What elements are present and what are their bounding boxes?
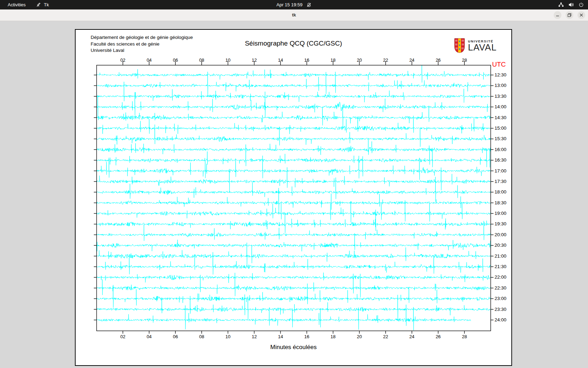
trace-time-label: 21:30: [495, 264, 511, 269]
x-tick-label-top: 10: [222, 57, 234, 63]
trace-time-label: 18:00: [495, 189, 511, 195]
trace-time-label: 17:30: [495, 179, 511, 184]
app-menu[interactable]: Tk: [36, 2, 49, 7]
x-tick-label-top: 18: [327, 57, 339, 63]
seismogram-plot: [76, 30, 511, 365]
x-tick-label-bottom: 18: [327, 334, 339, 339]
trace-time-label: 20:30: [495, 243, 511, 248]
clock-area[interactable]: Apr 15 19:59: [276, 2, 312, 7]
x-tick-label-top: 20: [354, 57, 365, 63]
seismograph-canvas: Département de géologie et de génie géol…: [75, 29, 512, 366]
seismogram-trace: [97, 156, 491, 180]
seismogram-trace: [97, 138, 491, 155]
system-top-bar: Activities Tk Apr 15 19:59: [0, 0, 588, 9]
seismogram-trace: [97, 284, 491, 308]
activities-button[interactable]: Activities: [6, 1, 27, 8]
x-tick-label-top: 22: [380, 57, 392, 63]
trace-time-label: 19:00: [495, 211, 511, 216]
x-tick-label-bottom: 20: [354, 334, 365, 339]
x-tick-label-bottom: 24: [406, 334, 418, 339]
x-tick-label-top: 04: [143, 57, 155, 63]
x-tick-label-bottom: 28: [458, 334, 470, 339]
tk-app-icon: [36, 2, 41, 7]
notifications-muted-icon: [307, 2, 312, 7]
close-button[interactable]: [578, 11, 585, 19]
window-titlebar: tk: [0, 9, 588, 21]
x-tick-label-bottom: 04: [143, 334, 155, 339]
seismogram-trace: [97, 294, 491, 320]
trace-time-label: 20:00: [495, 232, 511, 237]
seismogram-trace: [97, 60, 491, 83]
trace-time-label: 24:00: [495, 317, 511, 322]
seismogram-trace: [97, 233, 491, 251]
x-tick-label-bottom: 06: [169, 334, 181, 339]
trace-time-label: 13:00: [495, 83, 511, 88]
trace-time-label: 13:30: [495, 94, 511, 99]
trace-time-label: 16:00: [495, 147, 511, 152]
x-tick-label-bottom: 26: [432, 334, 444, 339]
x-tick-label-bottom: 10: [222, 334, 234, 339]
x-tick-label-bottom: 22: [380, 334, 392, 339]
trace-time-label: 23:00: [495, 296, 511, 301]
clock-label: Apr 15 19:59: [276, 2, 302, 7]
seismogram-trace: [97, 200, 491, 223]
trace-time-label: 15:30: [495, 136, 511, 141]
x-tick-label-top: 14: [274, 57, 286, 63]
seismogram-trace: [97, 252, 491, 275]
x-tick-label-top: 28: [458, 57, 470, 63]
desktop: Activities Tk Apr 15 19:59: [0, 0, 588, 368]
trace-time-label: 22:00: [495, 274, 511, 280]
x-tick-label-top: 02: [117, 57, 129, 63]
trace-time-label: 17:00: [495, 168, 511, 173]
trace-time-label: 14:30: [495, 115, 511, 120]
seismogram-trace: [97, 273, 491, 283]
x-tick-label-top: 16: [301, 57, 313, 63]
seismogram-trace: [97, 305, 471, 330]
x-tick-label-top: 26: [432, 57, 444, 63]
x-tick-label-top: 08: [196, 57, 208, 63]
x-tick-label-bottom: 14: [274, 334, 286, 339]
x-tick-label-bottom: 12: [248, 334, 260, 339]
trace-time-label: 16:30: [495, 157, 511, 163]
x-tick-label-top: 12: [248, 57, 260, 63]
network-icon: [558, 2, 564, 7]
trace-time-label: 23:30: [495, 307, 511, 312]
restore-button[interactable]: [566, 11, 573, 19]
x-tick-label-bottom: 16: [301, 334, 313, 339]
x-tick-label-bottom: 08: [196, 334, 208, 339]
app-menu-label: Tk: [44, 2, 49, 7]
x-tick-label-top: 06: [169, 57, 181, 63]
trace-time-label: 22:30: [495, 285, 511, 291]
x-tick-label-bottom: 02: [117, 334, 129, 339]
trace-time-label: 21:00: [495, 253, 511, 259]
trace-time-label: 15:00: [495, 125, 511, 131]
power-icon: [579, 2, 584, 7]
trace-time-label: 18:30: [495, 200, 511, 205]
x-axis-title: Minutes écoulées: [76, 344, 511, 351]
minimize-button[interactable]: [554, 11, 561, 19]
trace-time-label: 19:30: [495, 221, 511, 226]
seismogram-trace: [97, 125, 491, 147]
seismogram-trace: [97, 105, 491, 127]
window-title: tk: [0, 9, 588, 21]
trace-time-label: 12:30: [495, 72, 511, 77]
volume-icon: [568, 2, 574, 7]
trace-time-label: 14:00: [495, 104, 511, 109]
system-status-area[interactable]: [558, 2, 584, 7]
x-tick-label-top: 24: [406, 57, 418, 63]
